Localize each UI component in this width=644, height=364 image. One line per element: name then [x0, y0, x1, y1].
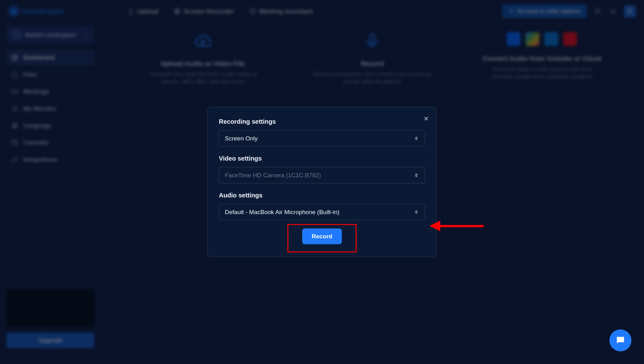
chat-icon — [615, 335, 626, 346]
video-settings-label: Video settings — [219, 155, 425, 162]
select-value: Default - MacBook Air Microphone (Built-… — [225, 209, 339, 216]
select-value: Screen Only — [225, 135, 258, 142]
audio-settings-label: Audio settings — [219, 192, 425, 199]
chevron-updown-icon — [415, 209, 419, 215]
chat-fab[interactable] — [609, 329, 631, 351]
recording-settings-label: Recording settings — [219, 118, 425, 125]
recording-mode-select[interactable]: Screen Only — [219, 130, 425, 147]
audio-device-select[interactable]: Default - MacBook Air Microphone (Built-… — [219, 204, 425, 220]
record-button[interactable]: Record — [302, 229, 341, 244]
recording-settings-modal: ✕ Recording settings Screen Only Video s… — [207, 107, 437, 257]
chevron-updown-icon — [415, 173, 419, 178]
annotation-arrow — [430, 224, 484, 229]
chevron-updown-icon — [415, 136, 419, 141]
select-value: FaceTime HD Camera (1C1C:B782) — [225, 172, 321, 179]
close-icon[interactable]: ✕ — [424, 115, 429, 122]
video-device-select[interactable]: FaceTime HD Camera (1C1C:B782) — [219, 167, 425, 184]
